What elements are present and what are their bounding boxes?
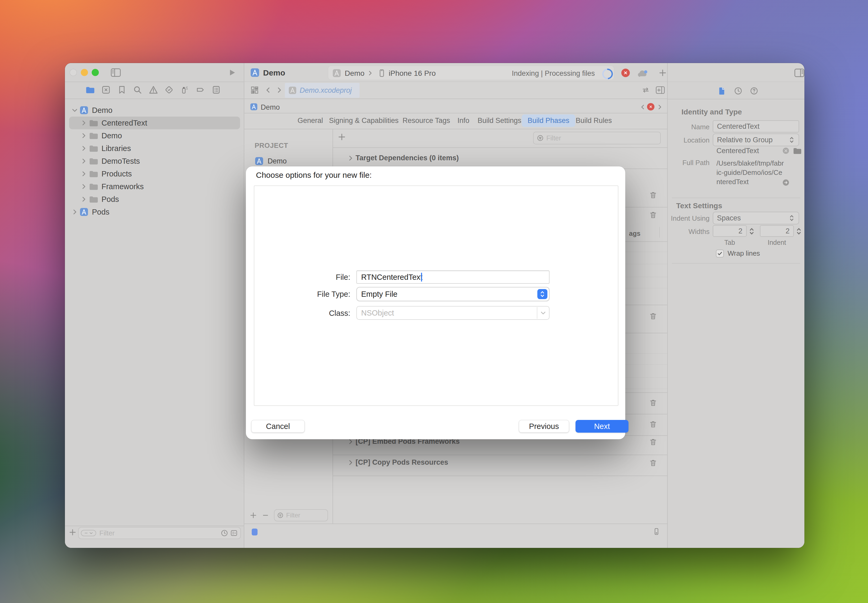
- run-button[interactable]: [228, 68, 236, 77]
- class-combo-field[interactable]: [356, 306, 549, 320]
- debug-navigator-icon[interactable]: [180, 85, 189, 94]
- tab-width-stepper[interactable]: [749, 226, 755, 236]
- minimize-button[interactable]: [81, 69, 88, 76]
- phase-filter-input[interactable]: [546, 134, 660, 142]
- add-target-icon[interactable]: [249, 512, 257, 519]
- indent-width-stepper[interactable]: [796, 226, 802, 236]
- phase-filter-field[interactable]: [533, 132, 661, 144]
- scheme-selector[interactable]: Demo: [345, 69, 365, 77]
- file-type-value: Empty File: [361, 290, 398, 298]
- tree-item-label: Demo: [102, 131, 122, 140]
- find-navigator-icon[interactable]: [133, 85, 142, 94]
- next-issue-icon[interactable]: [656, 104, 663, 110]
- tab-info[interactable]: Info: [457, 117, 469, 125]
- help-inspector-icon[interactable]: [750, 87, 758, 95]
- phase-label: [CP] Copy Pods Resources: [356, 458, 448, 467]
- clear-location-icon[interactable]: [782, 147, 789, 155]
- prev-issue-icon[interactable]: [640, 104, 646, 110]
- close-button[interactable]: [70, 69, 77, 76]
- sidebar-filter-input[interactable]: [99, 529, 221, 538]
- file-name-field[interactable]: [356, 271, 549, 284]
- indent-using-popup[interactable]: Spaces: [713, 212, 799, 224]
- filter-scope-icon[interactable]: [230, 529, 238, 537]
- sidebar-item-centeredtext[interactable]: CenteredText: [65, 117, 259, 129]
- minimap-grid-icon[interactable]: [250, 85, 259, 94]
- filter-bar-toggle[interactable]: [252, 529, 258, 535]
- toggle-inspector-icon[interactable]: [794, 68, 805, 77]
- add-build-phase-icon[interactable]: [337, 133, 346, 141]
- name-field[interactable]: CenteredText: [713, 120, 799, 133]
- sidebar-item-pods-project[interactable]: Pods: [65, 206, 250, 218]
- device-bar-icon[interactable]: [652, 527, 660, 535]
- filter-options-icon[interactable]: [81, 530, 96, 536]
- class-combo-input[interactable]: [361, 308, 537, 318]
- add-tab-icon[interactable]: [658, 69, 667, 77]
- report-navigator-icon[interactable]: [212, 85, 221, 94]
- tab-general[interactable]: General: [297, 117, 323, 125]
- sidebar-item-pods-folder[interactable]: Pods: [65, 193, 259, 206]
- sidebar-item-demo-project[interactable]: Demo: [65, 104, 250, 117]
- trash-icon[interactable]: [649, 459, 657, 467]
- phase-row-target-dependencies[interactable]: Target Dependencies (0 items): [347, 154, 459, 162]
- file-type-popup[interactable]: Empty File: [356, 287, 549, 301]
- recent-filter-icon[interactable]: [221, 529, 228, 537]
- history-inspector-icon[interactable]: [734, 87, 743, 95]
- tab-build-settings[interactable]: Build Settings: [477, 117, 521, 125]
- cancel-button[interactable]: Cancel: [251, 420, 305, 433]
- remove-target-icon[interactable]: [262, 512, 269, 519]
- open-path-arrow-icon[interactable]: [782, 179, 789, 186]
- sidebar-item-frameworks[interactable]: Frameworks: [65, 180, 259, 193]
- project-list-item[interactable]: Demo: [255, 157, 287, 165]
- issue-count-badge[interactable]: [647, 103, 654, 110]
- target-filter-input[interactable]: [286, 511, 328, 519]
- popup-stepper-icon[interactable]: [537, 289, 548, 299]
- breakpoint-navigator-icon[interactable]: [196, 85, 205, 94]
- source-control-navigator-icon[interactable]: [102, 85, 110, 94]
- zoom-button[interactable]: [92, 69, 99, 76]
- sidebar-item-products[interactable]: Products: [65, 167, 259, 180]
- file-name-input[interactable]: [361, 273, 549, 282]
- trash-icon[interactable]: [649, 420, 657, 428]
- project-navigator-icon[interactable]: [85, 85, 94, 94]
- forward-chevron-icon[interactable]: [275, 87, 283, 94]
- tab-resource-tags[interactable]: Resource Tags: [402, 117, 450, 125]
- back-chevron-icon[interactable]: [265, 87, 272, 94]
- cloud-status-icon[interactable]: [637, 70, 648, 78]
- tab-signing-capabilities[interactable]: Signing & Capabilities: [329, 117, 399, 125]
- previous-button[interactable]: Previous: [519, 420, 569, 433]
- jumpbar-item[interactable]: Demo: [261, 103, 280, 111]
- sidebar-item-demotests[interactable]: DemoTests: [65, 155, 259, 167]
- editor-tab[interactable]: Demo.xcodeproj: [285, 83, 359, 98]
- destination-selector[interactable]: iPhone 16 Pro: [389, 69, 436, 77]
- sidebar-item-demo-folder[interactable]: Demo: [65, 129, 259, 142]
- target-filter-field[interactable]: [274, 509, 328, 521]
- tab-build-phases[interactable]: Build Phases: [522, 114, 575, 127]
- phase-row-copy-pods[interactable]: [CP] Copy Pods Resources: [347, 458, 448, 467]
- sidebar-item-libraries[interactable]: Libraries: [65, 142, 259, 155]
- choose-folder-icon[interactable]: [793, 147, 801, 155]
- sidebar-filter-field[interactable]: [78, 527, 241, 539]
- bookmark-navigator-icon[interactable]: [118, 85, 126, 94]
- tab-width-field[interactable]: 2: [713, 225, 747, 237]
- test-navigator-icon[interactable]: [164, 85, 173, 94]
- trash-icon[interactable]: [649, 312, 657, 320]
- wrap-lines-checkbox[interactable]: Wrap lines: [716, 249, 760, 258]
- location-popup[interactable]: Relative to Group: [713, 133, 799, 146]
- issue-navigator-icon[interactable]: [149, 85, 158, 94]
- combo-chevron-icon[interactable]: [537, 307, 549, 319]
- checkbox-box[interactable]: [716, 250, 724, 258]
- add-editor-icon[interactable]: [656, 86, 665, 94]
- file-inspector-icon[interactable]: [718, 87, 726, 95]
- indent-width-field[interactable]: 2: [760, 225, 794, 237]
- tab-build-rules[interactable]: Build Rules: [576, 117, 612, 125]
- add-item-icon[interactable]: [69, 528, 77, 536]
- next-button[interactable]: Next: [576, 420, 628, 433]
- trash-icon[interactable]: [649, 191, 657, 199]
- trash-icon[interactable]: [649, 399, 657, 407]
- toggle-sidebar-icon[interactable]: [110, 68, 121, 77]
- swap-editor-icon[interactable]: [642, 86, 650, 94]
- trash-icon[interactable]: [649, 211, 657, 219]
- error-badge[interactable]: [621, 69, 630, 77]
- editor-tab-title: Demo.xcodeproj: [300, 87, 352, 94]
- trash-icon[interactable]: [649, 438, 657, 446]
